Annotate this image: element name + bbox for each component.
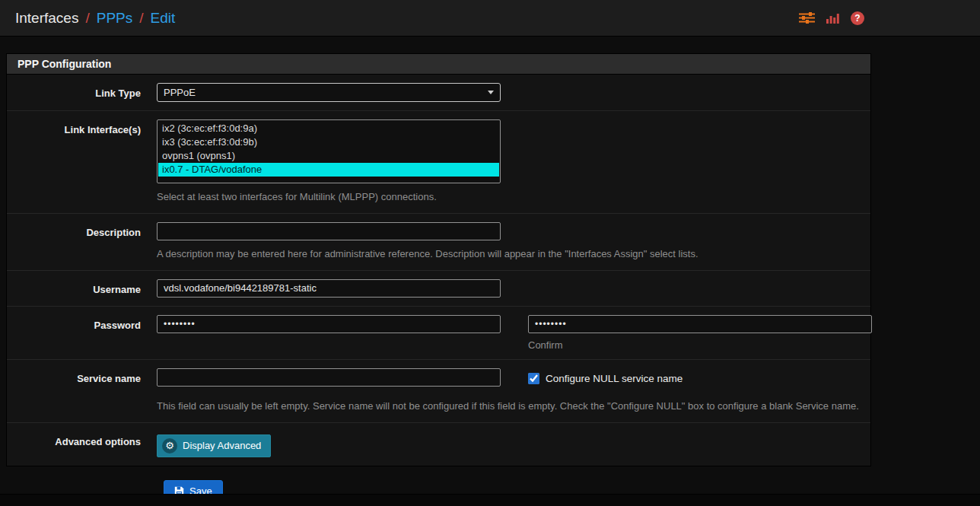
description-input[interactable] <box>157 222 501 240</box>
help-question-glyph: ? <box>851 11 864 25</box>
topbar-icons: ? <box>799 11 864 25</box>
username-row: Username <box>7 271 870 307</box>
breadcrumb-separator: / <box>85 10 89 27</box>
link-interfaces-label: Link Interface(s) <box>7 119 157 205</box>
link-interfaces-help: Select at least two interfaces for Multi… <box>157 190 864 205</box>
ppp-configuration-panel: PPP Configuration Link Type PPPoE Link I… <box>6 53 871 466</box>
top-navbar: Interfaces / PPPs / Edit <box>0 0 980 37</box>
help-icon[interactable]: ? <box>851 11 864 25</box>
link-type-select[interactable]: PPPoE <box>157 83 501 102</box>
link-type-row: Link Type PPPoE <box>7 75 870 111</box>
password-confirm-input[interactable] <box>528 315 872 333</box>
breadcrumb-separator: / <box>139 10 143 27</box>
password-confirm-label: Confirm <box>528 339 872 351</box>
listbox-option[interactable]: ovpns1 (ovpns1) <box>158 149 499 163</box>
panel-title: PPP Configuration <box>7 54 870 75</box>
password-row: Password Confirm <box>7 307 870 360</box>
username-label: Username <box>7 279 157 298</box>
configure-null-checkbox[interactable] <box>528 373 539 384</box>
username-input[interactable] <box>157 279 501 298</box>
bottom-strip <box>0 494 980 506</box>
link-interfaces-listbox[interactable]: ix2 (3c:ec:ef:f3:0d:9a) ix3 (3c:ec:ef:f3… <box>157 119 501 183</box>
breadcrumb-edit-link[interactable]: Edit <box>151 10 176 27</box>
breadcrumb-ppps-link[interactable]: PPPs <box>97 10 133 27</box>
listbox-option[interactable]: ix2 (3c:ec:ef:f3:0d:9a) <box>158 122 499 135</box>
link-type-label: Link Type <box>7 83 157 102</box>
service-name-row: Service name Configure NULL service name… <box>7 360 870 423</box>
listbox-option[interactable]: ix3 (3c:ec:ef:f3:0d:9b) <box>158 135 499 149</box>
breadcrumb: Interfaces / PPPs / Edit <box>15 10 175 27</box>
listbox-option-selected[interactable]: ix0.7 - DTAG/vodafone <box>158 163 499 177</box>
description-row: Description A description may be entered… <box>7 214 870 271</box>
password-input[interactable] <box>157 315 501 333</box>
gear-icon: ⚙ <box>162 438 177 453</box>
configure-null-label[interactable]: Configure NULL service name <box>546 373 682 384</box>
service-name-label: Service name <box>7 368 157 414</box>
service-name-help: This field can usually be left empty. Se… <box>157 399 872 414</box>
advanced-options-label: Advanced options <box>7 431 157 457</box>
display-advanced-label: Display Advanced <box>183 440 261 451</box>
service-name-input[interactable] <box>157 368 501 387</box>
description-help: A description may be entered here for ad… <box>157 247 864 262</box>
status-sliders-icon[interactable] <box>799 12 815 24</box>
monitoring-chart-icon[interactable] <box>826 13 839 24</box>
link-interfaces-row: Link Interface(s) ix2 (3c:ec:ef:f3:0d:9a… <box>7 111 870 214</box>
breadcrumb-interfaces: Interfaces <box>15 10 78 27</box>
description-label: Description <box>7 222 157 262</box>
password-label: Password <box>7 315 157 351</box>
advanced-options-row: Advanced options ⚙ Display Advanced <box>7 423 870 466</box>
display-advanced-button[interactable]: ⚙ Display Advanced <box>157 434 271 457</box>
